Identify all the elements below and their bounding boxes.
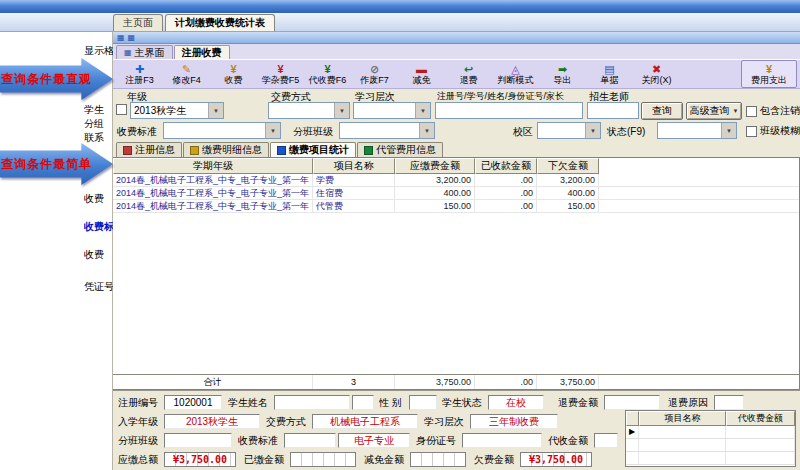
reg-no-field[interactable]: 1020001 — [164, 395, 222, 410]
total-owed: 3,750.00 — [537, 375, 599, 389]
table-row[interactable]: 2014春_机械电子工程系_中专_电子专业_第一年 住宿费 400.00 .00… — [113, 187, 799, 200]
money-icon: ¥ — [766, 63, 772, 75]
void-button[interactable]: ⊘ 作废F7 — [351, 60, 398, 88]
chevron-down-icon[interactable]: ▼ — [415, 103, 430, 118]
expense-button[interactable]: ¥ 费用支出 — [741, 60, 797, 88]
fee-standard-field[interactable] — [284, 433, 336, 448]
tab-main-interface[interactable]: ▦ 主界面 — [116, 45, 173, 59]
total-count: 3 — [313, 375, 395, 389]
tab-register-info[interactable]: 注册信息 — [116, 142, 182, 157]
cell-paid: .00 — [475, 200, 537, 212]
column-header-owed[interactable]: 下欠金额 — [537, 158, 599, 174]
study-level-combo[interactable]: ▼ — [353, 102, 431, 119]
grade-filter-checkbox[interactable] — [116, 104, 127, 115]
agency-cell-amount — [726, 426, 795, 438]
sidebar-item-fee-1[interactable]: 收费 — [84, 192, 113, 206]
register-button[interactable]: ✚ 注册F3 — [116, 60, 163, 88]
column-header-paid[interactable]: 已收款金额 — [475, 158, 537, 174]
column-header-due[interactable]: 应缴费金额 — [395, 158, 475, 174]
tab-main-page[interactable]: 主页面 — [113, 14, 163, 31]
refund-amount-field[interactable] — [604, 395, 660, 410]
chevron-down-icon[interactable]: ▼ — [419, 123, 434, 138]
agency-amount-field[interactable] — [594, 433, 618, 448]
waive-button[interactable]: ▬ 减免 — [398, 60, 445, 88]
tuition-fee-button[interactable]: ¥ 学杂费F5 — [257, 60, 304, 88]
sidebar-item-fee-2[interactable]: 收费 — [84, 248, 113, 262]
chevron-down-icon: ▼ — [733, 108, 739, 114]
tab-payment-detail-info[interactable]: 缴费明细信息 — [183, 142, 269, 157]
chevron-down-icon[interactable]: ▼ — [585, 123, 600, 138]
grade-combo[interactable]: 2013秋学生 ▼ — [130, 102, 224, 119]
student-name-label: 学生姓名 — [228, 396, 274, 410]
student-name-field[interactable] — [274, 395, 350, 410]
annotation-arrow-2: 查询条件最简单 — [0, 143, 113, 185]
agency-table-row[interactable]: ▶ — [626, 426, 795, 439]
tab-payment-project-stats[interactable]: 缴费项目统计 — [270, 142, 356, 157]
judge-mode-button[interactable]: ◬ 判断模式 — [492, 60, 539, 88]
study-level-field[interactable]: 三年制收费 — [470, 414, 558, 429]
fuzzy-class-checkbox[interactable]: 班级模糊 — [746, 124, 800, 138]
total-due: 3,750.00 — [395, 375, 475, 389]
chevron-down-icon[interactable]: ▼ — [721, 123, 736, 138]
agency-column-item[interactable]: 项目名称 — [639, 411, 726, 426]
advanced-search-button[interactable]: 高级查询 ▼ — [686, 102, 742, 120]
charge-button[interactable]: ¥ 收费 — [210, 60, 257, 88]
id-number-field[interactable] — [462, 433, 542, 448]
refund-reason-field[interactable] — [714, 395, 744, 410]
table-row[interactable]: 2014春_机械电子工程系_中专_电子专业_第一年 代管费 150.00 .00… — [113, 200, 799, 213]
fee-standard-label: 收费标准 — [238, 434, 284, 448]
gender-field[interactable] — [409, 395, 437, 410]
chevron-down-icon[interactable]: ▼ — [334, 103, 349, 118]
refund-amount-label: 退费金额 — [558, 396, 604, 410]
pay-method-combo[interactable]: ▼ — [268, 102, 350, 119]
fuzzy-class-label: 班级模糊 — [760, 124, 800, 138]
column-header-item[interactable]: 项目名称 — [313, 158, 395, 174]
search-button[interactable]: 查询 — [641, 102, 683, 120]
chevron-down-icon[interactable]: ▼ — [208, 103, 223, 118]
tab-agency-fee-info[interactable]: 代管费用信息 — [357, 142, 443, 157]
entry-grade-field[interactable]: 2013秋学生 — [164, 414, 260, 429]
sidebar-item-group[interactable]: 分组 — [84, 117, 113, 131]
agency-cell-item — [639, 439, 726, 451]
sidebar-item-fee-standard[interactable]: 收费标 — [84, 220, 113, 234]
column-header-term[interactable]: 学期年级 — [113, 158, 313, 174]
agency-table-row[interactable] — [626, 439, 795, 452]
cell-owed: 400.00 — [537, 187, 599, 199]
chevron-down-icon[interactable]: ▼ — [265, 123, 280, 138]
agency-table-row[interactable] — [626, 452, 795, 465]
owed-field: ¥3,750.00 — [520, 452, 592, 467]
button-label: 收费 — [225, 75, 243, 85]
include-cancelled-checkbox[interactable]: 包含注销 — [746, 104, 800, 118]
close-button[interactable]: ✖ 关闭(X) — [633, 60, 680, 88]
class-combo[interactable]: ▼ — [339, 122, 435, 139]
fee-standard-combo[interactable]: ▼ — [163, 122, 281, 139]
button-label: 费用支出 — [751, 75, 787, 85]
pay-method-field[interactable]: 机械电子工程系 — [312, 414, 418, 429]
receipt-button[interactable]: ▤ 单据 — [586, 60, 633, 88]
status-combo[interactable]: ▼ — [657, 122, 737, 139]
button-label: 判断模式 — [498, 75, 534, 85]
tab-register-fee[interactable]: 注册收费 — [174, 45, 230, 59]
modify-button[interactable]: ✎ 修改F4 — [163, 60, 210, 88]
sidebar-item-voucher-no[interactable]: 凭证号 — [84, 280, 113, 294]
table-row[interactable]: 2014春_机械电子工程系_中专_电子专业_第一年 学费 3,200.00 .0… — [113, 174, 799, 187]
tab-planned-fee-stats[interactable]: 计划缴费收费统计表 — [165, 14, 275, 31]
agency-fee-button[interactable]: ¥ 代收费F6 — [304, 60, 351, 88]
row-marker-icon: ▶ — [626, 426, 639, 438]
refund-button[interactable]: ↩ 退费 — [445, 60, 492, 88]
student-status-field[interactable]: 在校 — [488, 395, 544, 410]
sidebar-item-student[interactable]: 学生 — [84, 103, 113, 117]
tab-label: 注册收费 — [182, 46, 222, 60]
export-button[interactable]: ➡ 导出 — [539, 60, 586, 88]
recruiter-input[interactable] — [587, 102, 639, 119]
campus-combo[interactable]: ▼ — [537, 122, 601, 139]
fee-standard-major-field[interactable]: 电子专业 — [338, 433, 410, 448]
search-key-input[interactable] — [435, 102, 583, 119]
class-field[interactable] — [164, 433, 232, 448]
total-label: 合计 — [113, 375, 313, 389]
agency-amount-label: 代收金额 — [548, 434, 594, 448]
student-name-extra-field[interactable] — [352, 395, 374, 410]
cell-item: 住宿费 — [313, 187, 395, 199]
agency-column-amount[interactable]: 代收费金额 — [726, 411, 795, 426]
sidebar-item-display-format[interactable]: 显示格 — [84, 44, 113, 58]
